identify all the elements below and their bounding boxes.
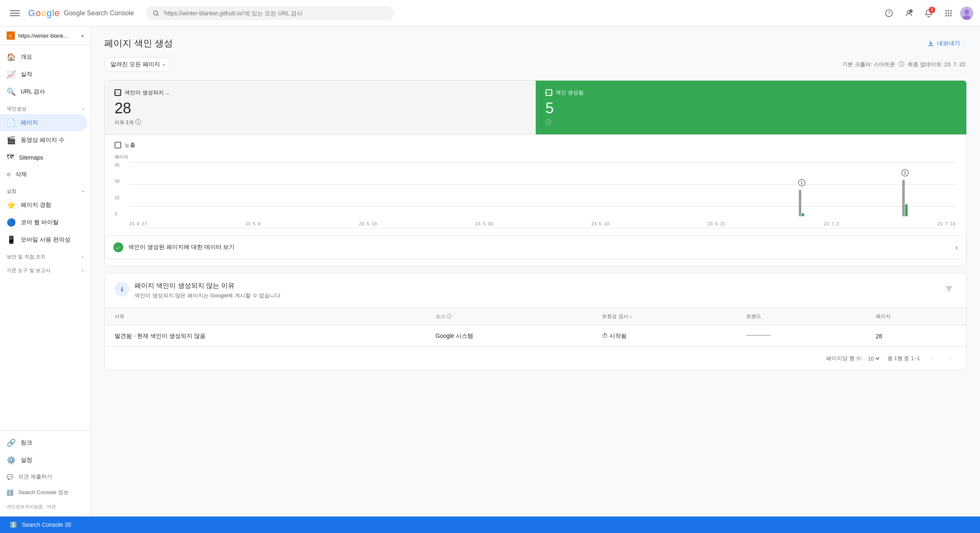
bar-green-7: [802, 213, 804, 216]
not-indexed-info-icon[interactable]: ⓘ: [135, 119, 141, 126]
sidebar-item-mobile-usability[interactable]: 📱 모바일 사용 편의성: [0, 231, 87, 249]
indexed-checkbox[interactable]: ✓: [546, 89, 552, 96]
svg-rect-2: [10, 15, 20, 16]
search-bar: [146, 6, 394, 20]
section-arrow-legacy: ▸: [82, 268, 84, 273]
chart-container: 45 30 15 0: [115, 163, 956, 229]
sidebar-item-url-inspection-label: URL 검사: [21, 88, 45, 96]
removals-icon: ⊘: [7, 170, 10, 179]
sidebar-item-core-web-vitals[interactable]: 🔵 코어 웹 바이탈: [0, 214, 87, 231]
page-size-select[interactable]: 10 25 50: [866, 355, 881, 362]
reasons-title: 페이지 색인이 생성되지 않는 이유: [134, 282, 280, 290]
page-size-label: 페이지당 행 수:: [826, 355, 863, 362]
admin-button[interactable]: +: [901, 5, 917, 22]
table-row[interactable]: 발견됨 - 현재 색인이 생성되지 않음 Google 시스템 ⏱ 시작됨 28: [105, 325, 966, 347]
prev-page-button[interactable]: ‹: [927, 352, 940, 365]
main-content: 페이지 색인 생성 내보내기 알려진 모든 페이지 ▾ 기본 크롤러: 스마트폰: [91, 26, 980, 516]
y-label-45: 45: [115, 163, 127, 167]
sidebar-section-experience[interactable]: 실험 ▾: [0, 183, 91, 196]
last-update-text: 최종 업데이트: 23. 7. 22.: [908, 61, 967, 68]
legend-checkbox[interactable]: [115, 142, 121, 148]
sidebar-item-settings[interactable]: ⚙️ 설정: [0, 452, 87, 469]
bar-green-8: [905, 204, 908, 216]
sidebar-item-feedback[interactable]: 💬 의견 제출하기: [0, 469, 91, 485]
sidebar-item-performance[interactable]: 📈 실적: [0, 66, 87, 83]
svg-point-20: [964, 10, 969, 14]
reasons-header: ℹ 페이지 색인이 생성되지 않는 이유 색인이 생성되지 않은 페이지는 Go…: [105, 273, 966, 308]
total-label: 총 1행 중 1~1: [887, 355, 920, 362]
sidebar-item-video-pages[interactable]: 🎬 동영상 페이지 수: [0, 131, 87, 149]
reasons-subtitle: 색인이 생성되지 않은 페이지는 Google에 게시할 수 없습니다: [134, 292, 280, 299]
sidebar-section-index[interactable]: 색인생성 ▾: [0, 100, 91, 114]
svg-rect-10: [946, 10, 947, 11]
section-arrow-index: ▾: [82, 107, 84, 111]
cell-reason: 발견됨 - 현재 색인이 생성되지 않음: [105, 325, 426, 347]
sidebar-section-security[interactable]: 보안 및 직접 조치 ▸: [0, 249, 91, 262]
marker-8: 1: [901, 169, 909, 177]
sidebar-item-overview-label: 개요: [21, 53, 32, 61]
bottom-bar: ℹ️ Search Console 35: [0, 516, 980, 533]
sidebar-item-removals[interactable]: ⊘ 삭제: [0, 166, 87, 183]
mobile-icon: 📱: [7, 235, 16, 244]
apps-button[interactable]: [940, 5, 957, 22]
export-button[interactable]: 내보내기: [920, 36, 967, 50]
cell-pages: 28: [866, 325, 966, 347]
search-input[interactable]: [163, 10, 387, 17]
next-page-button[interactable]: ›: [943, 352, 956, 365]
sidebar-item-url-inspection[interactable]: 🔍 URL 검사: [0, 83, 87, 100]
sidebar-item-core-web-vitals-label: 코어 웹 바이탈: [21, 219, 59, 226]
chart-y-labels: 45 30 15 0: [115, 163, 127, 216]
user-avatar[interactable]: [960, 7, 973, 20]
not-indexed-value: 28: [115, 100, 526, 117]
svg-rect-11: [948, 10, 949, 11]
privacy-link[interactable]: 개인정보처리방침: [7, 504, 43, 509]
notification-button[interactable]: 5: [920, 5, 937, 22]
data-link-card[interactable]: ✓ 색인이 생성된 페이지에 대한 데이터 보기 ›: [105, 235, 966, 259]
app-logo: Google Google Search Console: [28, 8, 134, 19]
source-info-icon[interactable]: ⓘ: [447, 313, 452, 319]
sidebar-section-experience-label: 실험: [7, 188, 17, 195]
notification-badge: 5: [929, 7, 935, 13]
not-indexed-checkbox[interactable]: ✓: [115, 89, 121, 96]
sidebar-item-sitemaps[interactable]: 🗺 Sitemaps: [0, 149, 87, 166]
filter-bar: 알려진 모든 페이지 ▾ 기본 크롤러: 스마트폰 ⓘ 최종 업데이트: 23.…: [104, 57, 967, 72]
crawl-info-icon[interactable]: ⓘ: [899, 61, 904, 68]
settings-icon: ⚙️: [7, 456, 16, 465]
terms-link[interactable]: 약관: [47, 504, 56, 509]
filter-chip-pages[interactable]: 알려진 모든 페이지 ▾: [104, 57, 171, 72]
sidebar-legal: 개인정보처리방침 · 약관: [0, 500, 91, 513]
sidebar-item-mobile-usability-label: 모바일 사용 편의성: [21, 236, 70, 244]
chart-page-label: 페이지: [115, 154, 956, 160]
clock-icon: ⏱: [602, 332, 608, 339]
sidebar-item-links[interactable]: 🔗 링크: [0, 434, 87, 452]
page-size: 페이지당 행 수: 10 25 50: [826, 355, 881, 362]
feedback-icon: 💬: [7, 474, 13, 480]
sidebar-item-pages[interactable]: 📄 페이지: [0, 114, 87, 131]
not-indexed-header: ✓ 색인이 생성되지 ...: [115, 89, 526, 96]
table-header-row: 사유 소스 ⓘ 유효성 검사 ↓ 트렌드 페이지: [105, 308, 966, 325]
help-button[interactable]: ?: [881, 5, 897, 22]
sidebar-section-legacy[interactable]: 기존 도구 및 보고서 ▸: [0, 262, 91, 276]
svg-point-3: [153, 11, 158, 15]
x-label-7: 23. 7. 2.: [824, 221, 840, 226]
menu-icon[interactable]: [7, 5, 23, 22]
x-label-4: 23. 5. 30.: [475, 221, 494, 226]
legend-label: 노출: [125, 141, 135, 149]
info-label: Search Console 정보: [18, 489, 69, 496]
section-arrow-experience: ▾: [82, 189, 84, 194]
sidebar-item-page-experience[interactable]: ⭐ 페이지 경험: [0, 196, 87, 214]
col-reason: 사유: [105, 308, 426, 325]
svg-rect-15: [950, 12, 951, 14]
sidebar-item-overview[interactable]: 🏠 개요: [0, 48, 87, 66]
chart-body: 1 1: [129, 163, 956, 216]
video-icon: 🎬: [7, 136, 16, 145]
export-label: 내보내기: [937, 40, 960, 47]
sidebar-item-info[interactable]: ℹ️ Search Console 정보: [0, 485, 91, 500]
y-label-15: 15: [115, 195, 127, 200]
sort-icon[interactable]: ↓: [630, 313, 632, 319]
indexed-info-icon[interactable]: ⓘ: [546, 119, 551, 126]
sidebar-item-page-experience-label: 페이지 경험: [21, 201, 51, 209]
app-name-label: Google Search Console: [64, 10, 134, 17]
property-selector[interactable]: G https://winter-blank... ▾: [0, 26, 91, 45]
filter-icon-button[interactable]: [942, 282, 956, 296]
